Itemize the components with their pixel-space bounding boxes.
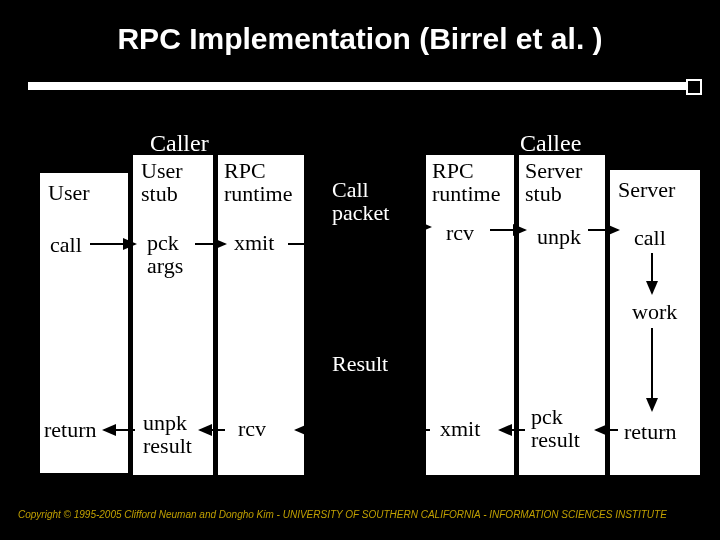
panel-rpc-runtime-server: RPC runtime rcv xmit (426, 155, 514, 475)
col-header-user-stub: User stub (141, 159, 183, 205)
result-label: Result (332, 352, 388, 375)
panel-user: User call return (40, 173, 128, 473)
rpc-server-rcv-label: rcv (446, 221, 474, 244)
server-call-label: call (634, 226, 666, 249)
col-header-rpc-client: RPC runtime (224, 159, 292, 205)
panel-server-stub: Server stub unpk pck result (519, 155, 605, 475)
user-call-label: call (50, 233, 82, 256)
col-header-user: User (48, 181, 90, 204)
server-stub-pck-label: pck result (531, 405, 580, 451)
server-stub-unpk-label: unpk (537, 225, 581, 248)
rpc-server-xmit-label: xmit (440, 417, 480, 440)
panel-rpc-runtime-client: RPC runtime xmit rcv (218, 155, 304, 475)
server-return-label: return (624, 420, 677, 443)
copyright-footer: Copyright © 1995-2005 Clifford Neuman an… (18, 509, 667, 520)
call-packet-label: Call packet (332, 178, 389, 224)
title-rule (28, 82, 692, 90)
panel-user-stub: User stub pck args unpk result (133, 155, 213, 475)
col-header-rpc-server: RPC runtime (432, 159, 500, 205)
slide: RPC Implementation (Birrel et al. ) Call… (0, 0, 720, 540)
rpc-client-xmit-label: xmit (234, 231, 274, 254)
caller-caption: Caller (150, 130, 209, 157)
user-stub-unpk-label: unpk result (143, 411, 192, 457)
user-return-label: return (44, 418, 97, 441)
col-header-server-stub: Server stub (525, 159, 582, 205)
title-rule-endcap (686, 79, 702, 95)
user-stub-pck-label: pck args (147, 231, 183, 277)
slide-title: RPC Implementation (Birrel et al. ) (0, 22, 720, 56)
server-work-label: work (632, 300, 677, 323)
rpc-client-rcv-label: rcv (238, 417, 266, 440)
col-header-server: Server (618, 178, 675, 201)
panel-server: Server call work return (610, 170, 700, 475)
callee-caption: Callee (520, 130, 581, 157)
